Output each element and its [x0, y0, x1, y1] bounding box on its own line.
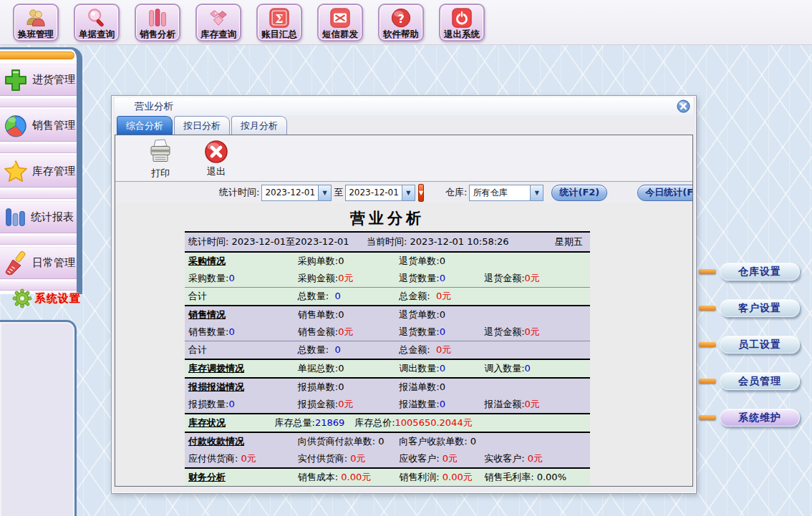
- sidebar-item-sales-management[interactable]: 销售管理: [0, 109, 77, 142]
- quick-button-row: 系统维护: [699, 409, 800, 427]
- chevron-down-icon[interactable]: ▼: [318, 185, 331, 200]
- quick-button-warehouse-settings[interactable]: 仓库设置: [720, 263, 800, 281]
- sidebar-item-statistics-report[interactable]: 统计报表: [0, 201, 77, 233]
- toolbar-button-sms-bulk[interactable]: 短信群发: [317, 4, 363, 42]
- section-heading: 采购情况: [188, 255, 226, 266]
- toolbar-button-account-summary[interactable]: Σ账目汇总: [256, 4, 302, 42]
- cell-value: 0.00%: [537, 472, 566, 482]
- report-cell: 应付供货商: 0元: [185, 452, 294, 465]
- toolbar-button-sales-analysis[interactable]: 销售分析: [135, 4, 180, 42]
- quick-button-system-maintenance[interactable]: 系统维护: [720, 409, 800, 427]
- sidebar-separator-band: [0, 235, 77, 245]
- time-range-label: 统计时间:: [188, 236, 228, 247]
- cell-label: 应收客户:: [399, 453, 443, 464]
- report-body: 采购情况采购单数:0退货单数:0采购数量:0采购金额:0元退货数量:0退货金额:…: [185, 253, 590, 487]
- date-quick-dropdown-button[interactable]: ▼: [418, 184, 424, 202]
- chevron-down-icon[interactable]: ▼: [530, 185, 543, 200]
- cell-value: 0: [338, 255, 344, 266]
- date-to-select[interactable]: 2023-12-01 ▼: [345, 185, 415, 201]
- warehouse-select[interactable]: 所有仓库 ▼: [469, 185, 543, 201]
- cell-value: 0: [525, 363, 531, 374]
- to-label: 至: [334, 186, 343, 199]
- chevron-down-icon[interactable]: ▼: [402, 185, 415, 200]
- sidebar-item-purchase-management[interactable]: 进货管理: [0, 64, 77, 96]
- cell-value: 0元: [350, 453, 365, 464]
- sidebar-item-label: 库存管理: [32, 165, 75, 178]
- cell-label: 销售利润:: [399, 472, 443, 482]
- star-icon: [3, 159, 29, 185]
- toolbar-button-inventory-query[interactable]: 库存查询: [195, 4, 241, 42]
- toolbar-button-label: 库存查询: [200, 29, 236, 39]
- cell-value: 0元: [525, 326, 540, 337]
- report-cell: 销售成本: 0.00元: [294, 471, 396, 484]
- report-cell: 退货金额:0元: [480, 272, 590, 285]
- cell-label: 销售成本:: [298, 472, 342, 482]
- quick-button-customer-settings[interactable]: 客户设置: [720, 299, 800, 317]
- report-time-range: 统计时间: 2023-12-01至2023-12-01: [185, 235, 367, 248]
- report-cell: 应收客户: 0元: [395, 452, 480, 465]
- svg-text:Σ: Σ: [275, 11, 283, 25]
- report-cell: 销售数量:0: [185, 326, 294, 339]
- tab-daily[interactable]: 按日分析: [174, 116, 230, 135]
- sidebar-item-inventory-management[interactable]: 库存管理: [0, 155, 77, 188]
- cell-label: 调出数量:: [399, 363, 439, 374]
- dialog-title: 营业分析: [135, 100, 173, 113]
- cell-label: 调入数量:: [484, 363, 524, 374]
- cell-value: 0.00元: [341, 472, 371, 482]
- report-section: 库存状况库存总量:21869库存总价:1005650.2044元: [185, 414, 590, 433]
- statistics-button[interactable]: 统计(F2): [551, 185, 607, 201]
- quick-button-row: 仓库设置: [699, 263, 800, 281]
- report-row: 销售情况销售单数:0退货单数:0: [185, 306, 590, 323]
- cell-value: 0: [440, 309, 445, 320]
- today-statistics-button[interactable]: 今日统计(F3): [637, 185, 693, 201]
- cell-value: 0: [440, 363, 445, 374]
- system-settings-label: 系统设置: [35, 292, 81, 306]
- cell-value: 0: [228, 326, 234, 337]
- top-toolbar: 换班管理单据查询销售分析库存查询Σ账目汇总短信群发?软件帮助退出系统: [0, 0, 812, 45]
- power-icon: [451, 7, 473, 29]
- action-button-print[interactable]: 打印: [141, 137, 180, 180]
- report-cell: 库存调拨情况: [185, 362, 294, 375]
- cell-label: 销售单数:: [298, 309, 338, 320]
- cell-value: 0: [440, 326, 445, 337]
- quick-button-member-management[interactable]: 会员管理: [720, 372, 800, 390]
- report-cell: 总金额: 0元: [395, 290, 480, 303]
- cell-label: 报损数量:: [188, 399, 228, 409]
- action-button-exit[interactable]: 退出: [197, 139, 236, 178]
- toolbar-button-shift-management[interactable]: 换班管理: [13, 4, 59, 42]
- brush-icon: [3, 250, 29, 276]
- toolbar-button-exit-system[interactable]: 退出系统: [439, 4, 485, 42]
- date-to-value: 2023-12-01: [346, 188, 402, 198]
- exit-icon: [203, 139, 229, 165]
- report-cell: 向供货商付款单数: 0: [294, 435, 396, 448]
- report-cell: 退货数量:0: [395, 326, 480, 339]
- tab-comprehensive[interactable]: 综合分析: [117, 116, 173, 135]
- section-heading: 付款收款情况: [188, 436, 244, 447]
- cell-label: 单据总数:: [298, 363, 338, 374]
- toolbar-button-document-query[interactable]: 单据查询: [74, 4, 120, 42]
- cell-value: 0元: [338, 399, 353, 409]
- report-cell: 总金额: 0元: [395, 344, 480, 356]
- toolbar-button-software-help[interactable]: ?软件帮助: [378, 4, 424, 42]
- plus-icon: [3, 67, 29, 93]
- tab-monthly[interactable]: 按月分析: [231, 116, 287, 135]
- sidebar-item-system-settings[interactable]: 系统设置: [11, 288, 81, 309]
- sidebar-items: 进货管理销售管理库存管理统计报表日常管理: [0, 64, 77, 291]
- cell-label: 退货单数:: [399, 255, 439, 266]
- report-cell: 销售金额:0元: [294, 326, 396, 339]
- date-from-select[interactable]: 2023-12-01 ▼: [261, 185, 332, 201]
- close-icon[interactable]: [677, 99, 690, 113]
- magnifier-icon: [86, 7, 107, 29]
- report-cell: 退货单数:0: [395, 255, 480, 268]
- quick-button-employee-settings[interactable]: 员工设置: [720, 336, 800, 354]
- cell-label: 库存总量:: [275, 417, 315, 428]
- report-cell: 报溢单数:0: [395, 381, 480, 394]
- cell-label: 总金额:: [399, 344, 436, 355]
- report-cell: 调入数量:0: [480, 362, 590, 375]
- sidebar-item-daily-management[interactable]: 日常管理: [0, 247, 77, 279]
- cell-label: 退货单数:: [399, 309, 439, 320]
- cell-label: 退货金额:: [484, 273, 524, 283]
- cell-value: 0元: [338, 273, 353, 283]
- printer-icon: [146, 137, 175, 166]
- toolbar-button-label: 单据查询: [79, 29, 115, 39]
